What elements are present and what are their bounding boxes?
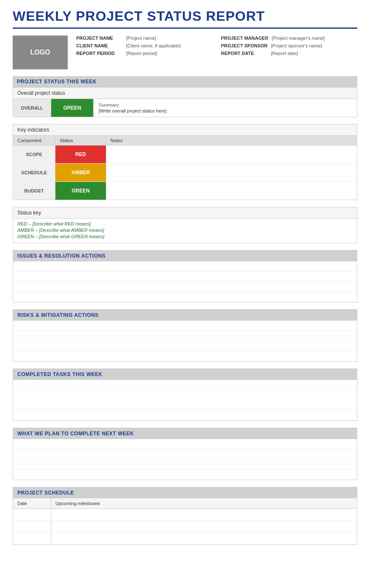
field-row-project-sponsor: PROJECT SPONSOR [Project sponsor's name]: [221, 43, 357, 48]
report-date-label: REPORT DATE: [221, 51, 268, 56]
key-indicators-header-row: Component Status Notes: [13, 136, 357, 146]
scope-notes: [106, 146, 357, 163]
overall-component-label: OVERALL: [13, 99, 51, 117]
next-week-row-3: [13, 459, 357, 470]
report-period-label: REPORT PERIOD: [76, 51, 123, 56]
schedule-milestone-3: [51, 533, 357, 544]
completed-tasks-row-3: [13, 400, 357, 410]
next-week-section: WHAT WE PLAN TO COMPLETE NEXT WEEK: [13, 428, 357, 480]
status-key-label: Status key: [13, 207, 357, 219]
budget-notes: [106, 182, 357, 200]
issues-section-header: ISSUES & RESOLUTION ACTIONS: [13, 250, 357, 261]
header-section: LOGO PROJECT NAME [Project name] CLIENT …: [13, 36, 357, 69]
next-week-row-1: [13, 439, 357, 449]
summary-prefix: Summary:: [99, 102, 352, 107]
schedule-section: PROJECT SCHEDULE Date Upcoming milestone…: [13, 487, 357, 545]
scope-status-badge: RED: [55, 146, 106, 163]
project-name-value: [Project name]: [126, 36, 156, 41]
indicator-row-schedule: SCHEDULE AMBER: [13, 164, 357, 182]
schedule-section-header: PROJECT SCHEDULE: [13, 487, 357, 498]
completed-tasks-section: COMPLETED TASKS THIS WEEK: [13, 368, 357, 421]
completed-tasks-section-header: COMPLETED TASKS THIS WEEK: [13, 369, 357, 380]
key-indicators-label: Key indicators: [13, 124, 357, 136]
issues-row-2: [13, 272, 357, 282]
col-header-notes: Notes: [106, 136, 357, 145]
logo: LOGO: [13, 36, 68, 69]
schedule-status-badge: AMBER: [55, 164, 106, 181]
schedule-header-row: Date Upcoming milestones: [13, 498, 357, 509]
field-row-report-period: REPORT PERIOD [Report period]: [76, 51, 213, 56]
report-date-value: [Report date]: [271, 51, 298, 56]
risks-section: RISKS & MITIGATING ACTIONS: [13, 309, 357, 362]
header-fields: PROJECT NAME [Project name] CLIENT NAME …: [76, 36, 357, 58]
risks-row-2: [13, 331, 357, 341]
schedule-milestone-1: [51, 509, 357, 520]
issues-section: ISSUES & RESOLUTION ACTIONS: [13, 250, 357, 302]
overall-summary: Summary: [Write overall project status h…: [94, 99, 357, 117]
completed-tasks-row-1: [13, 380, 357, 390]
next-week-row-2: [13, 449, 357, 459]
indicator-row-budget: BUDGET GREEN: [13, 182, 357, 200]
overall-status-badge: GREEN: [51, 99, 94, 117]
completed-tasks-row-4: [13, 410, 357, 420]
next-week-section-header: WHAT WE PLAN TO COMPLETE NEXT WEEK: [13, 428, 357, 439]
schedule-date-1: [13, 509, 51, 520]
overall-status-section: Overall project status OVERALL GREEN Sum…: [13, 87, 357, 117]
budget-component: BUDGET: [13, 182, 55, 200]
col-header-status: Status: [55, 136, 106, 145]
indicator-row-scope: SCOPE RED: [13, 146, 357, 164]
schedule-date-2: [13, 521, 51, 532]
summary-text: [Write overall project status here]: [99, 108, 352, 113]
status-key-green: GREEN – [Describe what GREEN means]: [17, 234, 353, 239]
risks-row-4: [13, 351, 357, 361]
issues-row-1: [13, 261, 357, 272]
status-key-content: RED – [Describe what RED means] AMBER – …: [13, 219, 357, 243]
page-title: WEEKLY PROJECT STATUS REPORT: [13, 8, 357, 24]
scope-component: SCOPE: [13, 146, 55, 163]
project-sponsor-value: [Project sponsor's name]: [271, 43, 322, 48]
field-row-project-name: PROJECT NAME [Project name]: [76, 36, 213, 41]
overall-status-row: OVERALL GREEN Summary: [Write overall pr…: [13, 99, 357, 117]
risks-row-1: [13, 321, 357, 331]
schedule-col-milestone: Upcoming milestones: [51, 498, 357, 508]
project-sponsor-label: PROJECT SPONSOR: [221, 43, 268, 48]
schedule-component: SCHEDULE: [13, 164, 55, 181]
risks-section-header: RISKS & MITIGATING ACTIONS: [13, 310, 357, 321]
project-manager-label: PROJECT MANAGER: [221, 36, 268, 41]
budget-status-badge: GREEN: [55, 182, 106, 200]
schedule-milestone-2: [51, 521, 357, 532]
schedule-col-date: Date: [13, 498, 51, 508]
field-row-project-manager: PROJECT MANAGER [Project manager's name]: [221, 36, 357, 41]
key-indicators-section: Key indicators Component Status Notes SC…: [13, 124, 357, 200]
title-divider: [13, 27, 357, 29]
field-row-client-name: CLIENT NAME [Client name, if applicable]: [76, 43, 213, 48]
next-week-row-4: [13, 470, 357, 480]
client-name-label: CLIENT NAME: [76, 43, 123, 48]
header-left-col: PROJECT NAME [Project name] CLIENT NAME …: [76, 36, 213, 58]
schedule-notes: [106, 164, 357, 181]
status-key-amber: AMBER – [Describe what AMBER means]: [17, 228, 353, 233]
project-name-label: PROJECT NAME: [76, 36, 123, 41]
risks-row-3: [13, 341, 357, 351]
header-right-col: PROJECT MANAGER [Project manager's name]…: [221, 36, 357, 58]
project-manager-value: [Project manager's name]: [272, 36, 325, 41]
status-key-red: RED – [Describe what RED means]: [17, 221, 353, 226]
issues-row-3: [13, 282, 357, 292]
schedule-row-1: [13, 509, 357, 521]
project-status-section-header: PROJECT STATUS THIS WEEK: [13, 76, 357, 87]
schedule-date-3: [13, 533, 51, 544]
client-name-value: [Client name, if applicable]: [126, 43, 181, 48]
field-row-report-date: REPORT DATE [Report date]: [221, 51, 357, 56]
col-header-component: Component: [13, 136, 55, 145]
overall-label-row: Overall project status: [13, 88, 357, 99]
completed-tasks-row-2: [13, 390, 357, 400]
issues-row-4: [13, 292, 357, 302]
schedule-row-2: [13, 521, 357, 533]
schedule-row-3: [13, 533, 357, 544]
report-period-value: [Report period]: [126, 51, 157, 56]
status-key-section: Status key RED – [Describe what RED mean…: [13, 207, 357, 243]
